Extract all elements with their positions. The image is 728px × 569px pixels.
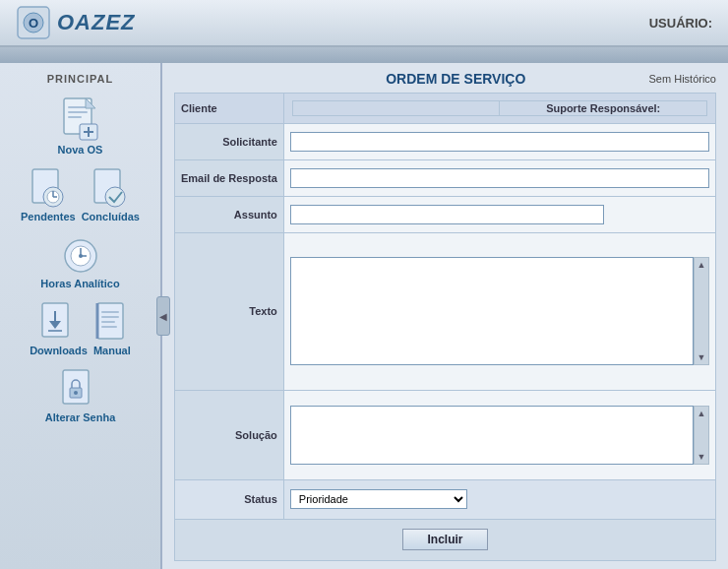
svg-rect-33 bbox=[63, 370, 89, 404]
solucao-row: Solução ▲ ▼ bbox=[175, 390, 716, 479]
texto-textarea[interactable] bbox=[290, 257, 694, 365]
status-cell: Prioridade Normal Alta Crítica bbox=[283, 480, 715, 520]
solicitante-row: Solicitante bbox=[175, 124, 716, 160]
status-row: Status Prioridade Normal Alta Crítica bbox=[175, 480, 716, 520]
sidebar-item-concluidas[interactable]: Concluídas bbox=[82, 167, 140, 222]
sidebar-item-downloads[interactable]: Downloads bbox=[30, 301, 88, 356]
sidebar-item-nova-os[interactable]: Nova OS bbox=[9, 93, 152, 159]
horas-analitico-icon bbox=[60, 234, 101, 278]
downloads-icon bbox=[39, 301, 77, 345]
subheader-bar bbox=[0, 47, 728, 63]
incluir-row: Incluir bbox=[175, 519, 716, 560]
email-label: Email de Resposta bbox=[175, 160, 284, 197]
manual-label[interactable]: Manual bbox=[93, 345, 131, 356]
sidebar-title: PRINCIPAL bbox=[0, 73, 160, 85]
svg-rect-5 bbox=[68, 111, 88, 113]
status-select[interactable]: Prioridade Normal Alta Crítica bbox=[290, 489, 467, 509]
usuario-label: USUÁRIO: bbox=[649, 16, 712, 31]
solucao-label: Solução bbox=[175, 390, 284, 479]
sidebar-items: Nova OS Pendentes bbox=[0, 93, 160, 427]
svg-point-17 bbox=[105, 187, 125, 207]
logo-area: O OAZEZ bbox=[16, 5, 136, 40]
horas-analitico-label[interactable]: Horas Analítico bbox=[40, 278, 119, 289]
concluidas-icon bbox=[91, 167, 129, 211]
svg-rect-4 bbox=[68, 106, 88, 108]
texto-scroll-down[interactable]: ▼ bbox=[698, 352, 706, 362]
header: O OAZEZ USUÁRIO: bbox=[0, 0, 728, 47]
svg-rect-30 bbox=[101, 321, 115, 323]
alterar-senha-label[interactable]: Alterar Senha bbox=[45, 411, 116, 423]
status-label: Status bbox=[175, 480, 284, 520]
sidebar-item-manual[interactable]: Manual bbox=[93, 301, 131, 356]
sidebar-item-horas-analitico[interactable]: Horas Analítico bbox=[9, 230, 152, 293]
assunto-input[interactable] bbox=[290, 205, 605, 224]
sidebar-item-alterar-senha[interactable]: Alterar Senha bbox=[9, 364, 152, 427]
solucao-textarea[interactable] bbox=[290, 406, 694, 465]
texto-cell: ▲ ▼ bbox=[283, 232, 715, 390]
email-input[interactable] bbox=[290, 168, 709, 188]
sem-historico: Sem Histórico bbox=[649, 73, 716, 85]
solicitante-input[interactable] bbox=[290, 132, 709, 152]
downloads-label[interactable]: Downloads bbox=[30, 345, 88, 356]
solicitante-cell bbox=[283, 124, 715, 160]
texto-label: Texto bbox=[175, 232, 284, 390]
suporte-responsavel-label: Suporte Responsável: bbox=[546, 102, 660, 114]
sidebar-item-pendentes[interactable]: Pendentes bbox=[21, 167, 76, 222]
assunto-cell bbox=[283, 197, 715, 233]
svg-rect-28 bbox=[101, 311, 119, 313]
sidebar-collapse-handle[interactable]: ◀ bbox=[156, 296, 170, 336]
incluir-button[interactable]: Incluir bbox=[402, 529, 487, 550]
email-cell bbox=[283, 160, 715, 197]
nova-os-label[interactable]: Nova OS bbox=[58, 144, 103, 156]
solucao-scroll-up[interactable]: ▲ bbox=[698, 409, 706, 418]
form-area: ORDEM DE SERVIÇO Sem Histórico Cliente S… bbox=[162, 63, 728, 569]
logo-text: OAZEZ bbox=[57, 10, 136, 35]
texto-scrollbar[interactable]: ▲ ▼ bbox=[694, 257, 709, 365]
nova-os-icon bbox=[60, 96, 101, 144]
concluidas-label[interactable]: Concluídas bbox=[82, 211, 140, 222]
form-title: ORDEM DE SERVIÇO bbox=[263, 71, 649, 87]
alterar-senha-icon bbox=[60, 368, 101, 411]
logo-icon: O bbox=[16, 5, 51, 40]
sidebar-item-downloads-manual: Downloads Manual bbox=[9, 297, 152, 360]
solicitante-label: Solicitante bbox=[175, 124, 284, 160]
manual-icon bbox=[93, 301, 131, 345]
cliente-row: Cliente Suporte Responsável: bbox=[175, 94, 716, 124]
order-form-table: Cliente Suporte Responsável: Solicitante bbox=[174, 93, 716, 561]
sidebar: PRINCIPAL Nova OS bbox=[0, 63, 162, 569]
assunto-label: Assunto bbox=[175, 197, 284, 233]
svg-rect-29 bbox=[101, 316, 119, 318]
form-title-bar: ORDEM DE SERVIÇO Sem Histórico bbox=[174, 71, 716, 87]
svg-rect-31 bbox=[101, 326, 117, 328]
incluir-cell: Incluir bbox=[175, 519, 716, 560]
svg-text:O: O bbox=[29, 16, 38, 31]
solucao-scrollbar[interactable]: ▲ ▼ bbox=[694, 406, 709, 465]
svg-rect-6 bbox=[68, 116, 82, 118]
svg-point-22 bbox=[79, 254, 83, 258]
texto-row: Texto ▲ ▼ bbox=[175, 232, 716, 390]
email-row: Email de Resposta bbox=[175, 160, 716, 197]
solucao-cell: ▲ ▼ bbox=[283, 390, 715, 479]
texto-scroll-up[interactable]: ▲ bbox=[698, 260, 706, 270]
cliente-label: Cliente bbox=[175, 94, 284, 124]
main-content: PRINCIPAL Nova OS bbox=[0, 63, 728, 569]
pendentes-label[interactable]: Pendentes bbox=[21, 211, 76, 222]
assunto-row: Assunto bbox=[175, 197, 716, 233]
solucao-scroll-down[interactable]: ▼ bbox=[698, 452, 706, 462]
sidebar-item-pendentes-concluidas: Pendentes Concluídas bbox=[9, 163, 152, 226]
pendentes-icon bbox=[30, 167, 67, 211]
svg-point-35 bbox=[74, 391, 78, 395]
